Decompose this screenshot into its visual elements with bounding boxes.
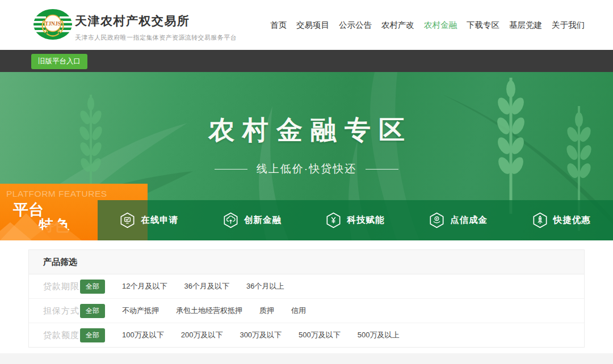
site-subtitle: 天津市人民政府唯一指定集体资产资源流转交易服务平台 [75, 33, 237, 42]
subtitle-left-rule [215, 169, 247, 170]
feature-tab-label: 快捷优惠 [553, 214, 591, 226]
cloud-finance-icon [223, 212, 238, 228]
feature-tab-label: 科技赋能 [347, 214, 384, 226]
filter-row-1: 贷款期限全部12个月及以下36个月及以下36个月以上 [29, 274, 584, 299]
filter-all-button[interactable]: 全部 [80, 328, 105, 342]
zigzag-mountains-decoration [0, 209, 99, 240]
filter-option[interactable]: 100万及以下 [122, 330, 164, 340]
secondary-topbar: 旧版平台入口 [0, 50, 613, 72]
product-filter-card: 产品筛选 贷款期限全部12个月及以下36个月及以下36个月以上担保方式全部不动产… [28, 249, 585, 348]
filter-option[interactable]: 12个月及以下 [122, 281, 167, 291]
rocket-icon [532, 212, 548, 228]
nav-item-3[interactable]: 公示公告 [339, 20, 372, 31]
footer-strip [0, 353, 613, 364]
banner-subtitle-text: 线上低价·快贷快还 [257, 162, 356, 176]
filter-option[interactable]: 质押 [259, 306, 274, 316]
site-logo-icon: TJNJS [33, 7, 73, 43]
nav-item-2[interactable]: 交易项目 [296, 20, 329, 31]
filter-row-label: 贷款额度 [43, 330, 80, 341]
monitor-check-icon [120, 212, 135, 228]
filter-option[interactable]: 承包土地经营权抵押 [176, 306, 242, 316]
old-platform-entry-button[interactable]: 旧版平台入口 [31, 54, 87, 69]
feature-tab-label: 点信成金 [450, 214, 488, 226]
filter-option[interactable]: 不动产抵押 [122, 306, 159, 316]
filter-all-button[interactable]: 全部 [80, 280, 105, 294]
feature-tab-5[interactable]: 快捷优惠 [510, 200, 613, 240]
feature-tab-2[interactable]: 创新金融 [201, 200, 304, 240]
filter-row-label: 担保方式 [43, 306, 80, 316]
filter-all-button[interactable]: 全部 [80, 304, 105, 318]
filter-card-title: 产品筛选 [29, 250, 584, 274]
filter-option[interactable]: 500万及以下 [299, 330, 341, 340]
yen-hex-icon [326, 212, 341, 228]
banner-title: 农村金融专区 [0, 113, 613, 148]
filter-option[interactable]: 信用 [291, 306, 306, 316]
filter-option[interactable]: 200万及以下 [181, 330, 223, 340]
feature-tab-3[interactable]: 科技赋能 [304, 200, 407, 240]
filter-option[interactable]: 36个月及以下 [184, 281, 229, 291]
feature-tab-4[interactable]: 点信成金 [407, 200, 510, 240]
filter-option[interactable]: 500万及以上 [358, 330, 400, 340]
nav-item-6[interactable]: 下载专区 [467, 20, 499, 31]
site-title: 天津农村产权交易所 [75, 13, 237, 29]
banner-subtitle: 线上低价·快贷快还 [0, 162, 613, 176]
filter-row-2: 担保方式全部不动产抵押承包土地经营权抵押质押信用 [29, 299, 584, 323]
feature-tab-label: 在线申请 [141, 214, 178, 226]
feature-tab-label: 创新金融 [244, 214, 282, 226]
nav-item-4[interactable]: 农村产改 [381, 20, 414, 31]
nav-item-5[interactable]: 农村金融 [424, 20, 457, 31]
filter-row-3: 贷款额度全部100万及以下200万及以下300万及以下500万及以下500万及以… [29, 323, 584, 347]
hand-coin-icon [429, 212, 444, 228]
nav-item-8[interactable]: 关于我们 [552, 20, 585, 31]
feature-tab-bar: 在线申请创新金融科技赋能点信成金快捷优惠 [98, 200, 613, 240]
feature-tab-1[interactable]: 在线申请 [98, 200, 201, 240]
brand-block: 天津农村产权交易所 天津市人民政府唯一指定集体资产资源流转交易服务平台 [75, 13, 237, 42]
subtitle-right-rule [366, 169, 398, 170]
site-header: TJNJS 天津农村产权交易所 天津市人民政府唯一指定集体资产资源流转交易服务平… [0, 0, 613, 50]
nav-item-7[interactable]: 基层党建 [509, 20, 542, 31]
main-nav: 首页交易项目公示公告农村产改农村金融下载专区基层党建关于我们 [270, 0, 585, 50]
hero-banner: 农村金融专区 线上低价·快贷快还 PLATFORM FEATURES 平台 特色… [0, 72, 613, 240]
filter-row-label: 贷款期限 [43, 281, 80, 292]
nav-item-1[interactable]: 首页 [270, 20, 287, 31]
platform-features-en-label: PLATFORM FEATURES [6, 189, 107, 199]
logo-text: TJNJS [45, 21, 61, 27]
filter-option[interactable]: 300万及以下 [240, 330, 282, 340]
filter-option[interactable]: 36个月以上 [246, 281, 284, 291]
